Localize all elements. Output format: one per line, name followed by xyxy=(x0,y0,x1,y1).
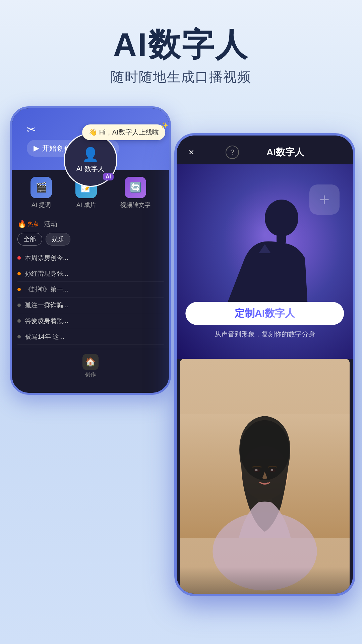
presenter-overlay xyxy=(180,567,350,594)
plus-icon: + xyxy=(319,191,329,208)
scissors-icon: ✂ xyxy=(27,123,36,136)
phone-back: ✂ 📬 2 ▶ 开始创作 xyxy=(10,106,171,395)
filter-row: 全部 娱乐 xyxy=(17,233,164,246)
news-dot-6 xyxy=(17,335,21,338)
news-dot-2 xyxy=(17,272,21,275)
page-subtitle: 随时随地生成口播视频 xyxy=(0,68,362,86)
svg-point-7 xyxy=(240,420,290,480)
news-dot-1 xyxy=(17,256,21,260)
back-top-bar: ✂ 📬 2 ▶ 开始创作 xyxy=(12,108,169,170)
svg-point-10 xyxy=(255,469,258,471)
svg-point-1 xyxy=(265,200,298,236)
back-top-area: ✂ 📬 2 ▶ 开始创作 xyxy=(20,116,161,163)
filter-ent-btn[interactable]: 娱乐 xyxy=(46,233,70,246)
ai-popup-notification: 👋 Hi，AI数字人上线啦 xyxy=(82,124,165,140)
front-phone-title: AI数字人 xyxy=(266,146,304,159)
news-tabs: 🔥 热点 活动 xyxy=(17,220,164,229)
news-text-1: 本周票房创今... xyxy=(25,254,68,262)
news-dot-4 xyxy=(17,304,21,307)
presenter-section xyxy=(180,359,350,594)
tool-ai-prompt[interactable]: 🎬 AI 提词 xyxy=(31,177,52,209)
news-item-2[interactable]: 孙红雷现身张... xyxy=(17,266,164,282)
filter-all-btn[interactable]: 全部 xyxy=(17,233,42,246)
ai-clip-label: AI 成片 xyxy=(76,201,96,209)
phone-back-inner: ✂ 📬 2 ▶ 开始创作 xyxy=(12,108,169,393)
news-item-5[interactable]: 谷爱凌身着黑... xyxy=(17,313,164,329)
ai-prompt-label: AI 提词 xyxy=(32,201,51,209)
close-btn[interactable]: × xyxy=(185,146,198,159)
hot-fire-icon: 🔥 xyxy=(17,220,26,228)
news-item-3[interactable]: 《封神》第一... xyxy=(17,282,164,298)
back-bottom-nav: 🏠 创作 xyxy=(12,349,169,383)
presenter-inner xyxy=(180,359,350,594)
svg-point-11 xyxy=(271,469,274,471)
news-text-6: 被骂14年 这... xyxy=(25,332,64,341)
page-title: AI数字人 xyxy=(0,27,362,62)
person-silhouette xyxy=(218,191,312,319)
news-text-2: 孙红雷现身张... xyxy=(25,269,68,278)
start-icon: ▶ xyxy=(34,144,39,153)
phone-front-inner: × ? AI数字人 + xyxy=(177,136,353,594)
video-to-text-label: 视频转文字 xyxy=(120,201,150,209)
news-dot-5 xyxy=(17,319,21,323)
news-text-3: 《封神》第一... xyxy=(25,285,68,294)
hot-tab[interactable]: 🔥 热点 xyxy=(17,220,39,228)
video-to-text-icon-box: 🔄 xyxy=(125,177,146,198)
ai-digital-human-circle[interactable]: 👤 AI 数字人 AI xyxy=(64,133,117,187)
ai-prompt-icon-box: 🎬 xyxy=(31,177,52,198)
nav-create-label: 创作 xyxy=(85,371,96,378)
plus-icon-bg: + xyxy=(309,184,340,215)
tool-video-to-text[interactable]: 🔄 视频转文字 xyxy=(120,177,150,209)
news-item-4[interactable]: 孤注一掷诈骗... xyxy=(17,298,164,313)
ai-person-icon: 👤 xyxy=(82,147,99,162)
help-btn[interactable]: ? xyxy=(226,146,239,159)
nav-create-icon: 🏠 xyxy=(82,354,99,370)
custom-btn-container: 定制AI数字人 从声音到形象，复刻你的数字分身 xyxy=(185,302,344,339)
nav-create-item[interactable]: 🏠 创作 xyxy=(82,354,99,378)
front-header: × ? AI数字人 xyxy=(177,136,353,164)
news-dot-3 xyxy=(17,288,21,291)
news-text-5: 谷爱凌身着黑... xyxy=(25,317,68,325)
custom-btn-subtitle: 从声音到形象，复刻你的数字分身 xyxy=(185,330,344,339)
back-news-section: 🔥 热点 活动 全部 娱乐 本周票房创今... 孙红雷现身张... xyxy=(12,216,169,349)
phone-front: × ? AI数字人 + xyxy=(174,133,355,596)
phones-container: ✂ 📬 2 ▶ 开始创作 xyxy=(0,106,362,603)
hot-label: 热点 xyxy=(28,221,39,228)
news-text-4: 孤注一掷诈骗... xyxy=(25,301,68,310)
custom-btn[interactable]: 定制AI数字人 xyxy=(185,302,344,325)
avatar-section: + xyxy=(177,164,353,359)
custom-btn-text: 定制AI数字人 xyxy=(235,308,295,319)
news-item-1[interactable]: 本周票房创今... xyxy=(17,250,164,266)
page-header: AI数字人 随时随地生成口播视频 xyxy=(0,0,362,100)
activity-tab[interactable]: 活动 xyxy=(44,220,57,229)
news-item-6[interactable]: 被骂14年 这... xyxy=(17,329,164,345)
